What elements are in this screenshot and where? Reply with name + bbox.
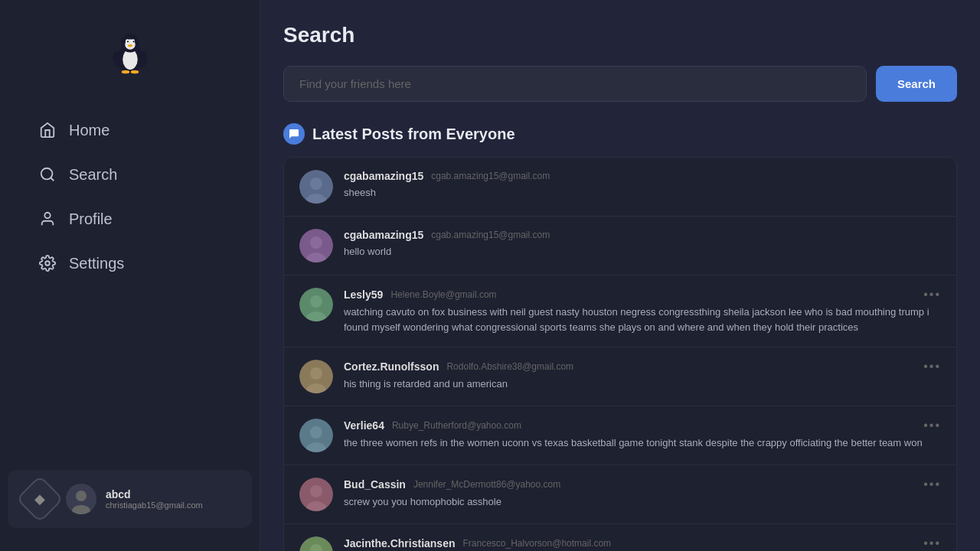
current-user-name: abcd (106, 488, 237, 500)
current-user-info: abcd christiagab15@gmail.com (106, 488, 237, 510)
post-content: cgabamazing15 cgab.amazing15@gmail.com h… (344, 229, 941, 259)
post-email: cgab.amazing15@gmail.com (431, 171, 550, 181)
post-avatar (299, 360, 333, 393)
logo-area (0, 15, 260, 92)
post-text: the three women refs in the women uconn … (344, 435, 941, 451)
post-text: watching cavuto on fox business with nei… (344, 305, 941, 334)
profile-icon (38, 210, 57, 228)
sidebar-item-profile-label: Profile (69, 210, 113, 228)
post-item: Cortez.Runolfsson Rodolfo.Abshire38@gmai… (284, 347, 956, 406)
sidebar-item-search-label: Search (69, 166, 117, 184)
current-user-email: christiagab15@gmail.com (106, 500, 237, 510)
post-avatar (299, 419, 333, 452)
post-avatar (299, 229, 333, 262)
post-text: screw you you homophobic asshole (344, 494, 941, 510)
post-item: Verlie64 Rubye_Rutherford@yahoo.com ••• … (284, 406, 956, 465)
section-header: Latest Posts from Everyone (283, 123, 957, 145)
search-input[interactable] (283, 66, 867, 102)
svg-point-21 (310, 178, 322, 190)
posts-list: cgabamazing15 cgab.amazing15@gmail.com s… (283, 157, 957, 551)
post-username: Jacinthe.Christiansen (344, 537, 456, 549)
settings-icon (38, 254, 57, 272)
sidebar-item-profile[interactable]: Profile (8, 197, 252, 240)
page-title: Search (283, 23, 957, 47)
svg-point-8 (128, 44, 132, 47)
post-email: Francesco_Halvorson@hotmail.com (463, 538, 612, 549)
home-icon (38, 121, 57, 139)
post-username: cgabamazing15 (344, 229, 423, 241)
sidebar-item-search[interactable]: Search (8, 153, 252, 196)
post-text: hello world (344, 244, 941, 259)
post-avatar (299, 170, 333, 204)
search-icon (38, 165, 57, 184)
post-header: Jacinthe.Christiansen Francesco_Halvorso… (344, 536, 941, 550)
post-header: cgabamazing15 cgab.amazing15@gmail.com (344, 170, 941, 182)
post-username: Bud_Cassin (344, 478, 406, 491)
post-options-button[interactable]: ••• (923, 536, 941, 550)
section-title: Latest Posts from Everyone (312, 126, 515, 143)
user-bar: ◆ abcd christiagab15@gmail.com (8, 470, 252, 528)
post-content: Lesly59 Helene.Boyle@gmail.com ••• watch… (344, 288, 941, 334)
main-content: Search Search Latest Posts from Everyone… (260, 0, 980, 551)
post-options-button[interactable]: ••• (923, 419, 941, 432)
svg-point-33 (310, 426, 322, 439)
sidebar-item-home[interactable]: Home (8, 109, 252, 152)
post-username: cgabamazing15 (344, 170, 423, 182)
svg-point-27 (310, 295, 322, 308)
svg-point-13 (41, 168, 53, 180)
svg-point-12 (130, 70, 139, 74)
svg-point-6 (126, 41, 128, 42)
post-content: Bud_Cassin Jennifer_McDermott86@yahoo.co… (344, 478, 941, 510)
post-item: cgabamazing15 cgab.amazing15@gmail.com h… (284, 217, 956, 276)
post-item: Bud_Cassin Jennifer_McDermott86@yahoo.co… (284, 465, 956, 524)
diamond-icon: ◆ (34, 491, 45, 507)
sidebar-item-home-label: Home (69, 122, 109, 139)
post-username: Cortez.Runolfsson (344, 360, 439, 373)
post-header: Bud_Cassin Jennifer_McDermott86@yahoo.co… (344, 478, 941, 491)
post-content: cgabamazing15 cgab.amazing15@gmail.com s… (344, 170, 941, 201)
chat-icon (283, 123, 305, 145)
post-username: Lesly59 (344, 289, 383, 301)
svg-point-16 (45, 261, 50, 266)
current-user-avatar (66, 484, 96, 514)
post-avatar (299, 288, 333, 321)
post-email: Rubye_Rutherford@yahoo.com (392, 420, 521, 431)
post-content: Verlie64 Rubye_Rutherford@yahoo.com ••• … (344, 419, 941, 451)
post-content: Cortez.Runolfsson Rodolfo.Abshire38@gmai… (344, 360, 941, 392)
svg-point-36 (310, 485, 322, 497)
post-email: Helene.Boyle@gmail.com (390, 289, 496, 300)
post-email: cgab.amazing15@gmail.com (431, 230, 550, 240)
post-options-button[interactable]: ••• (923, 360, 941, 373)
svg-point-24 (310, 236, 322, 249)
post-options-button[interactable]: ••• (923, 478, 941, 491)
sidebar: Home Search Profile Settings ◆ (0, 0, 260, 551)
post-header: Cortez.Runolfsson Rodolfo.Abshire38@gmai… (344, 360, 941, 373)
post-item: Jacinthe.Christiansen Francesco_Halvorso… (284, 524, 956, 551)
sidebar-item-settings-label: Settings (69, 255, 124, 272)
post-text: sheesh (344, 185, 941, 201)
post-header: Lesly59 Helene.Boyle@gmail.com ••• (344, 288, 941, 302)
diamond-button[interactable]: ◆ (16, 475, 64, 523)
app-logo (107, 31, 153, 77)
svg-line-14 (51, 178, 54, 181)
svg-point-15 (44, 213, 50, 218)
post-header: Verlie64 Rubye_Rutherford@yahoo.com ••• (344, 419, 941, 432)
post-item: Lesly59 Helene.Boyle@gmail.com ••• watch… (284, 276, 956, 347)
svg-point-30 (310, 367, 322, 380)
search-button[interactable]: Search (876, 66, 957, 102)
svg-point-7 (132, 41, 134, 42)
sidebar-nav: Home Search Profile Settings (0, 107, 260, 286)
sidebar-item-settings[interactable]: Settings (8, 242, 252, 285)
post-item: cgabamazing15 cgab.amazing15@gmail.com s… (284, 158, 956, 217)
post-header: cgabamazing15 cgab.amazing15@gmail.com (344, 229, 941, 241)
post-email: Rodolfo.Abshire38@gmail.com (446, 361, 573, 372)
svg-point-18 (76, 491, 87, 501)
search-bar-row: Search (283, 66, 957, 102)
svg-point-11 (121, 70, 129, 74)
post-username: Verlie64 (344, 419, 384, 432)
post-email: Jennifer_McDermott86@yahoo.com (413, 479, 560, 490)
post-options-button[interactable]: ••• (923, 288, 941, 302)
post-avatar (299, 478, 333, 511)
post-avatar (299, 536, 333, 551)
post-content: Jacinthe.Christiansen Francesco_Halvorso… (344, 536, 941, 551)
